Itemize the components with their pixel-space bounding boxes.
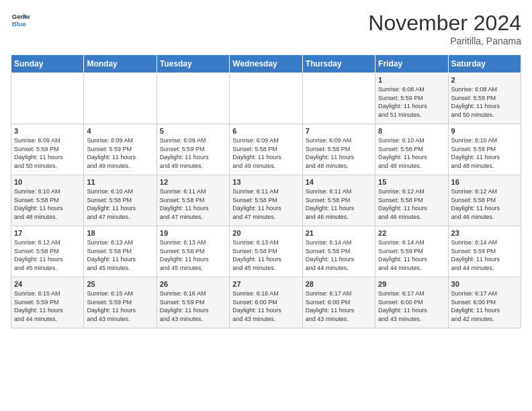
calendar-cell: 3Sunrise: 6:09 AM Sunset: 5:59 PM Daylig… [11, 124, 84, 175]
day-info: Sunrise: 6:09 AM Sunset: 5:58 PM Dayligh… [232, 136, 299, 170]
day-info: Sunrise: 6:17 AM Sunset: 6:00 PM Dayligh… [378, 289, 445, 323]
day-number: 27 [232, 280, 299, 288]
day-header-wednesday: Wednesday [230, 55, 302, 73]
day-info: Sunrise: 6:10 AM Sunset: 5:58 PM Dayligh… [14, 187, 81, 221]
calendar-week-4: 17Sunrise: 6:12 AM Sunset: 5:58 PM Dayli… [11, 226, 521, 277]
calendar-cell: 24Sunrise: 6:15 AM Sunset: 5:59 PM Dayli… [11, 277, 84, 328]
day-info: Sunrise: 6:13 AM Sunset: 5:58 PM Dayligh… [87, 238, 153, 272]
svg-text:Blue: Blue [12, 20, 26, 28]
calendar-cell [84, 73, 157, 124]
day-info: Sunrise: 6:12 AM Sunset: 5:58 PM Dayligh… [14, 238, 81, 272]
day-info: Sunrise: 6:14 AM Sunset: 5:58 PM Dayligh… [306, 238, 372, 272]
day-number: 6 [232, 127, 299, 135]
day-info: Sunrise: 6:09 AM Sunset: 5:59 PM Dayligh… [14, 136, 81, 170]
day-number: 5 [160, 127, 226, 135]
day-number: 16 [451, 178, 518, 186]
day-header-sunday: Sunday [11, 55, 84, 73]
day-info: Sunrise: 6:09 AM Sunset: 5:59 PM Dayligh… [87, 136, 153, 170]
calendar-cell: 17Sunrise: 6:12 AM Sunset: 5:58 PM Dayli… [11, 226, 84, 277]
day-header-tuesday: Tuesday [157, 55, 229, 73]
day-info: Sunrise: 6:15 AM Sunset: 5:59 PM Dayligh… [87, 289, 153, 323]
calendar-cell: 30Sunrise: 6:17 AM Sunset: 6:00 PM Dayli… [448, 277, 521, 328]
day-number: 15 [378, 178, 445, 186]
day-number: 30 [451, 280, 518, 288]
day-number: 18 [87, 229, 153, 237]
calendar-cell [11, 73, 84, 124]
day-info: Sunrise: 6:12 AM Sunset: 5:58 PM Dayligh… [451, 187, 518, 221]
calendar-cell [157, 73, 229, 124]
day-number: 7 [306, 127, 372, 135]
calendar-cell: 7Sunrise: 6:09 AM Sunset: 5:58 PM Daylig… [302, 124, 375, 175]
calendar-cell: 19Sunrise: 6:13 AM Sunset: 5:58 PM Dayli… [157, 226, 229, 277]
day-header-friday: Friday [375, 55, 448, 73]
day-info: Sunrise: 6:08 AM Sunset: 5:59 PM Dayligh… [451, 85, 518, 119]
day-info: Sunrise: 6:10 AM Sunset: 5:58 PM Dayligh… [451, 136, 518, 170]
day-info: Sunrise: 6:09 AM Sunset: 5:58 PM Dayligh… [306, 136, 372, 170]
day-info: Sunrise: 6:09 AM Sunset: 5:59 PM Dayligh… [160, 136, 226, 170]
calendar-week-1: 1Sunrise: 6:08 AM Sunset: 5:59 PM Daylig… [11, 73, 521, 124]
day-info: Sunrise: 6:13 AM Sunset: 5:58 PM Dayligh… [160, 238, 226, 272]
day-number: 22 [378, 229, 445, 237]
day-number: 2 [451, 76, 518, 84]
day-number: 4 [87, 127, 153, 135]
calendar-cell: 5Sunrise: 6:09 AM Sunset: 5:59 PM Daylig… [157, 124, 229, 175]
calendar-cell: 2Sunrise: 6:08 AM Sunset: 5:59 PM Daylig… [448, 73, 521, 124]
calendar-cell: 10Sunrise: 6:10 AM Sunset: 5:58 PM Dayli… [11, 175, 84, 226]
day-number: 25 [87, 280, 153, 288]
subtitle: Paritilla, Panama [368, 36, 521, 46]
calendar-cell: 21Sunrise: 6:14 AM Sunset: 5:58 PM Dayli… [302, 226, 375, 277]
calendar-cell: 6Sunrise: 6:09 AM Sunset: 5:58 PM Daylig… [230, 124, 302, 175]
calendar-cell: 8Sunrise: 6:10 AM Sunset: 5:58 PM Daylig… [375, 124, 448, 175]
day-number: 8 [378, 127, 445, 135]
day-info: Sunrise: 6:13 AM Sunset: 5:58 PM Dayligh… [232, 238, 299, 272]
day-number: 24 [14, 280, 81, 288]
calendar-cell: 12Sunrise: 6:11 AM Sunset: 5:58 PM Dayli… [157, 175, 229, 226]
svg-text:General: General [12, 13, 30, 20]
calendar-cell: 9Sunrise: 6:10 AM Sunset: 5:58 PM Daylig… [448, 124, 521, 175]
day-number: 1 [378, 76, 445, 84]
day-info: Sunrise: 6:11 AM Sunset: 5:58 PM Dayligh… [306, 187, 372, 221]
logo: General Blue [11, 11, 30, 30]
day-info: Sunrise: 6:15 AM Sunset: 5:59 PM Dayligh… [14, 289, 81, 323]
day-number: 12 [160, 178, 226, 186]
day-info: Sunrise: 6:10 AM Sunset: 5:58 PM Dayligh… [378, 136, 445, 170]
day-number: 26 [160, 280, 226, 288]
calendar-week-3: 10Sunrise: 6:10 AM Sunset: 5:58 PM Dayli… [11, 175, 521, 226]
day-number: 29 [378, 280, 445, 288]
calendar-header-row: SundayMondayTuesdayWednesdayThursdayFrid… [11, 55, 521, 73]
calendar-cell [302, 73, 375, 124]
calendar-cell: 16Sunrise: 6:12 AM Sunset: 5:58 PM Dayli… [448, 175, 521, 226]
month-title: November 2024 [368, 11, 521, 36]
day-number: 19 [160, 229, 226, 237]
calendar-table: SundayMondayTuesdayWednesdayThursdayFrid… [11, 54, 521, 328]
calendar-week-5: 24Sunrise: 6:15 AM Sunset: 5:59 PM Dayli… [11, 277, 521, 328]
day-info: Sunrise: 6:12 AM Sunset: 5:58 PM Dayligh… [378, 187, 445, 221]
day-info: Sunrise: 6:16 AM Sunset: 6:00 PM Dayligh… [232, 289, 299, 323]
calendar-body: 1Sunrise: 6:08 AM Sunset: 5:59 PM Daylig… [11, 73, 521, 328]
day-header-monday: Monday [84, 55, 157, 73]
calendar-cell: 28Sunrise: 6:17 AM Sunset: 6:00 PM Dayli… [302, 277, 375, 328]
day-info: Sunrise: 6:10 AM Sunset: 5:58 PM Dayligh… [87, 187, 153, 221]
day-number: 28 [306, 280, 372, 288]
day-number: 13 [232, 178, 299, 186]
calendar-cell: 25Sunrise: 6:15 AM Sunset: 5:59 PM Dayli… [84, 277, 157, 328]
calendar-cell: 1Sunrise: 6:08 AM Sunset: 5:59 PM Daylig… [375, 73, 448, 124]
day-info: Sunrise: 6:08 AM Sunset: 5:59 PM Dayligh… [378, 85, 445, 119]
day-info: Sunrise: 6:14 AM Sunset: 5:59 PM Dayligh… [451, 238, 518, 272]
day-header-saturday: Saturday [448, 55, 521, 73]
calendar-cell: 4Sunrise: 6:09 AM Sunset: 5:59 PM Daylig… [84, 124, 157, 175]
calendar-cell [230, 73, 302, 124]
calendar-cell: 23Sunrise: 6:14 AM Sunset: 5:59 PM Dayli… [448, 226, 521, 277]
day-info: Sunrise: 6:16 AM Sunset: 5:59 PM Dayligh… [160, 289, 226, 323]
calendar-cell: 27Sunrise: 6:16 AM Sunset: 6:00 PM Dayli… [230, 277, 302, 328]
calendar-week-2: 3Sunrise: 6:09 AM Sunset: 5:59 PM Daylig… [11, 124, 521, 175]
calendar-cell: 13Sunrise: 6:11 AM Sunset: 5:58 PM Dayli… [230, 175, 302, 226]
day-number: 14 [306, 178, 372, 186]
calendar-cell: 11Sunrise: 6:10 AM Sunset: 5:58 PM Dayli… [84, 175, 157, 226]
day-number: 11 [87, 178, 153, 186]
day-info: Sunrise: 6:17 AM Sunset: 6:00 PM Dayligh… [306, 289, 372, 323]
calendar-cell: 18Sunrise: 6:13 AM Sunset: 5:58 PM Dayli… [84, 226, 157, 277]
logo-icon: General Blue [11, 11, 30, 30]
calendar-cell: 14Sunrise: 6:11 AM Sunset: 5:58 PM Dayli… [302, 175, 375, 226]
calendar-cell: 29Sunrise: 6:17 AM Sunset: 6:00 PM Dayli… [375, 277, 448, 328]
